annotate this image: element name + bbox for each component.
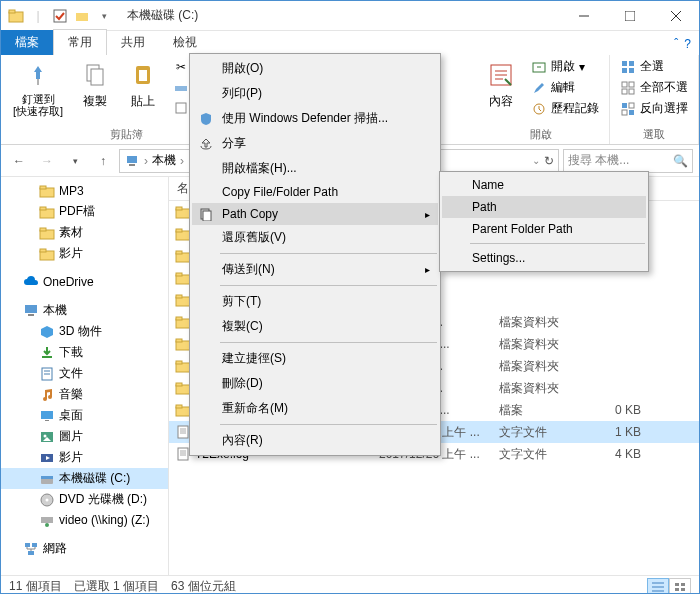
dropdown-icon[interactable]: ⌄ (532, 155, 540, 166)
checkbox-icon[interactable] (51, 7, 69, 25)
qat-dropdown-icon[interactable]: ▾ (95, 7, 113, 25)
tree-item[interactable]: 本機磁碟 (C:) (1, 468, 168, 489)
submenu-parent[interactable]: Parent Folder Path (442, 218, 646, 240)
scissors-icon: ✂ (173, 59, 189, 75)
view-switcher (647, 578, 691, 595)
crumb-root[interactable]: 本機 (152, 152, 176, 169)
edit-button[interactable]: 編輯 (527, 78, 603, 97)
copy-button[interactable]: 複製 (73, 57, 117, 112)
tree-item[interactable]: MP3 (1, 181, 168, 201)
svg-rect-29 (622, 110, 627, 115)
path-icon (173, 80, 189, 96)
tab-view[interactable]: 檢視 (159, 30, 211, 55)
svg-rect-28 (629, 103, 634, 108)
search-icon: 🔍 (673, 154, 688, 168)
file-type: 文字文件 (499, 446, 579, 463)
svg-rect-52 (41, 476, 53, 479)
pathcopy-submenu[interactable]: Name Path Parent Folder Path Settings... (439, 171, 649, 272)
tab-home[interactable]: 常用 (53, 29, 107, 55)
menu-defender[interactable]: 使用 Windows Defender 掃描... (192, 106, 438, 131)
tree-item[interactable]: 桌面 (1, 405, 168, 426)
menu-properties[interactable]: 內容(R) (192, 428, 438, 453)
tree-item[interactable]: 下載 (1, 342, 168, 363)
menu-shortcut[interactable]: 建立捷徑(S) (192, 346, 438, 371)
refresh-icon[interactable]: ↻ (544, 154, 554, 168)
open-button[interactable]: 開啟 ▾ (527, 57, 603, 76)
menu-sendto[interactable]: 傳送到(N)▸ (192, 257, 438, 282)
help-icon[interactable]: ? (684, 37, 691, 51)
svg-rect-24 (622, 89, 627, 94)
menu-rename[interactable]: 重新命名(M) (192, 396, 438, 421)
nav-tree[interactable]: MP3PDF檔素材影片OneDrive本機3D 物件下載文件音樂桌面圖片影片本機… (1, 177, 169, 575)
svg-rect-31 (129, 164, 135, 166)
svg-rect-19 (629, 61, 634, 66)
menu-separator (470, 243, 645, 244)
tree-label: 桌面 (59, 407, 83, 424)
collapse-ribbon-icon[interactable]: ˆ (674, 37, 678, 51)
tree-item[interactable]: video (\\king) (Z:) (1, 510, 168, 530)
svg-rect-73 (176, 339, 182, 342)
tree-item[interactable]: OneDrive (1, 272, 168, 292)
open-group-label: 開啟 (479, 127, 603, 144)
menu-separator (220, 285, 437, 286)
invert-selection-button[interactable]: 反向選擇 (616, 99, 692, 118)
folder-small-icon[interactable] (73, 7, 91, 25)
tree-item[interactable]: PDF檔 (1, 201, 168, 222)
icons-view-button[interactable] (669, 578, 691, 595)
tab-file[interactable]: 檔案 (1, 30, 53, 55)
share-icon (198, 136, 214, 152)
select-none-button[interactable]: 全部不選 (616, 78, 692, 97)
minimize-button[interactable] (561, 1, 607, 31)
tree-item[interactable]: 音樂 (1, 384, 168, 405)
tree-item[interactable]: 3D 物件 (1, 321, 168, 342)
tree-label: 下載 (59, 344, 83, 361)
up-button[interactable]: ↑ (91, 149, 115, 173)
tree-item[interactable]: DVD 光碟機 (D:) (1, 489, 168, 510)
menu-pathcopy[interactable]: Path Copy▸ (192, 203, 438, 225)
menu-copyfolderpath[interactable]: Copy File/Folder Path (192, 181, 438, 203)
submenu-name[interactable]: Name (442, 174, 646, 196)
tree-item[interactable]: 圖片 (1, 426, 168, 447)
crumb-sep2: › (180, 154, 184, 168)
menu-copy[interactable]: 複製(C) (192, 314, 438, 339)
maximize-button[interactable] (607, 1, 653, 31)
cloud-icon (23, 274, 39, 290)
tab-share[interactable]: 共用 (107, 30, 159, 55)
submenu-settings[interactable]: Settings... (442, 247, 646, 269)
tree-item[interactable]: 文件 (1, 363, 168, 384)
tree-item[interactable]: 本機 (1, 300, 168, 321)
pc-icon (23, 303, 39, 319)
tree-item[interactable]: 素材 (1, 222, 168, 243)
pin-label: 釘選到 [快速存取] (13, 93, 63, 117)
titlebar: | ▾ 本機磁碟 (C:) (1, 1, 699, 31)
menu-open[interactable]: 開啟(O) (192, 56, 438, 81)
search-input[interactable]: 搜尋 本機... 🔍 (563, 149, 693, 173)
menu-share[interactable]: 分享 (192, 131, 438, 156)
paste-label: 貼上 (131, 93, 155, 110)
paste-button[interactable]: 貼上 (121, 57, 165, 112)
back-button[interactable]: ← (7, 149, 31, 173)
quick-access-toolbar: | ▾ (1, 7, 119, 25)
pin-button[interactable]: 釘選到 [快速存取] (7, 57, 69, 119)
forward-button[interactable]: → (35, 149, 59, 173)
menu-cut[interactable]: 剪下(T) (192, 289, 438, 314)
close-button[interactable] (653, 1, 699, 31)
recent-dropdown[interactable]: ▾ (63, 149, 87, 173)
properties-button[interactable]: 內容 (479, 57, 523, 112)
tree-item[interactable]: 影片 (1, 243, 168, 264)
svg-rect-41 (28, 314, 34, 316)
menu-delete[interactable]: 刪除(D) (192, 371, 438, 396)
svg-rect-13 (175, 86, 187, 91)
menu-print[interactable]: 列印(P) (192, 81, 438, 106)
menu-openfile[interactable]: 開啟檔案(H)... (192, 156, 438, 181)
select-all-button[interactable]: 全選 (616, 57, 692, 76)
tree-item[interactable]: 網路 (1, 538, 168, 559)
tree-item[interactable]: 影片 (1, 447, 168, 468)
submenu-path[interactable]: Path (442, 196, 646, 218)
details-view-button[interactable] (647, 578, 669, 595)
disk-icon (39, 471, 55, 487)
open-icon (531, 59, 547, 75)
history-button[interactable]: 歷程記錄 (527, 99, 603, 118)
menu-restore[interactable]: 還原舊版(V) (192, 225, 438, 250)
context-menu[interactable]: 開啟(O) 列印(P) 使用 Windows Defender 掃描... 分享… (189, 53, 441, 456)
